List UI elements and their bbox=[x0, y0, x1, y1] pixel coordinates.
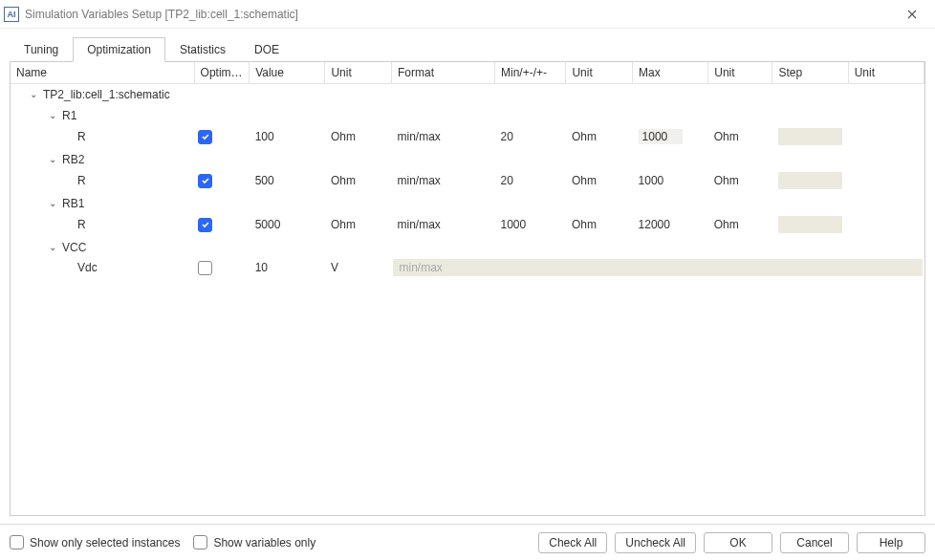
tree-root-row[interactable]: ⌄TP2_lib:cell_1:schematic bbox=[11, 83, 924, 104]
unit1-cell[interactable]: Ohm bbox=[325, 169, 392, 192]
unit3-cell[interactable]: Ohm bbox=[708, 169, 772, 192]
col-format[interactable]: Format bbox=[391, 62, 494, 83]
col-name[interactable]: Name bbox=[11, 62, 194, 83]
max-cell[interactable]: 1000 bbox=[633, 169, 708, 192]
optimize-checkbox[interactable] bbox=[198, 218, 212, 232]
col-unit4[interactable]: Unit bbox=[848, 62, 924, 83]
max-cell[interactable]: 12000 bbox=[633, 213, 708, 236]
group-label: R1 bbox=[62, 109, 76, 122]
col-value[interactable]: Value bbox=[250, 62, 325, 83]
optimize-checkbox[interactable] bbox=[198, 174, 212, 188]
value-cell[interactable]: 5000 bbox=[250, 213, 325, 236]
show-selected-instances-checkbox[interactable]: Show only selected instances bbox=[10, 535, 180, 549]
tab-optimization[interactable]: Optimization bbox=[73, 37, 165, 62]
footer: Show only selected instances Show variab… bbox=[0, 524, 935, 560]
variable-row[interactable]: R 500 Ohm min/max 20 Ohm 1000 Ohm bbox=[11, 169, 924, 192]
col-step[interactable]: Step bbox=[772, 62, 848, 83]
grid-panel: Name Optimize Value Unit Format Min/+-/+… bbox=[10, 62, 925, 516]
value-cell[interactable]: 10 bbox=[250, 257, 325, 278]
step-cell[interactable] bbox=[772, 125, 848, 148]
group-label: RB2 bbox=[62, 153, 84, 166]
checkbox-icon bbox=[10, 535, 24, 549]
check-all-button[interactable]: Check All bbox=[538, 532, 607, 553]
format-cell[interactable]: min/max bbox=[391, 213, 494, 236]
unit2-cell[interactable]: Ohm bbox=[566, 125, 633, 148]
optimize-checkbox[interactable] bbox=[198, 130, 212, 144]
header-row: Name Optimize Value Unit Format Min/+-/+… bbox=[11, 62, 924, 83]
tab-doe[interactable]: DOE bbox=[240, 37, 294, 62]
uncheck-all-button[interactable]: Uncheck All bbox=[615, 532, 696, 553]
var-name: R bbox=[77, 174, 86, 187]
chevron-down-icon: ⌄ bbox=[47, 242, 58, 253]
tree-group-row[interactable]: ⌄RB1 bbox=[11, 192, 924, 213]
max-cell[interactable]: 1000 bbox=[633, 125, 708, 148]
close-button[interactable] bbox=[893, 1, 931, 28]
show-selected-label: Show only selected instances bbox=[30, 536, 180, 549]
ok-button[interactable]: OK bbox=[704, 532, 772, 553]
tree-root-label: TP2_lib:cell_1:schematic bbox=[43, 88, 170, 101]
chevron-down-icon: ⌄ bbox=[47, 110, 58, 121]
group-label: VCC bbox=[62, 241, 86, 254]
min-cell[interactable]: 20 bbox=[495, 169, 566, 192]
col-unit3[interactable]: Unit bbox=[708, 62, 772, 83]
optimize-checkbox[interactable] bbox=[198, 261, 212, 275]
format-cell[interactable]: min/max bbox=[391, 125, 494, 148]
group-label: RB1 bbox=[62, 197, 84, 210]
tree-group-row[interactable]: ⌄R1 bbox=[11, 104, 924, 125]
unit1-cell[interactable]: Ohm bbox=[325, 125, 392, 148]
tab-tuning[interactable]: Tuning bbox=[10, 37, 73, 62]
tree-group-row[interactable]: ⌄VCC bbox=[11, 236, 924, 257]
var-name: R bbox=[77, 218, 86, 231]
format-cell[interactable]: min/max bbox=[391, 169, 494, 192]
chevron-down-icon: ⌄ bbox=[47, 198, 58, 209]
unit1-cell[interactable]: Ohm bbox=[325, 213, 392, 236]
var-name: Vdc bbox=[77, 261, 98, 274]
step-cell[interactable] bbox=[772, 213, 848, 236]
chevron-down-icon: ⌄ bbox=[47, 154, 58, 165]
variables-table: Name Optimize Value Unit Format Min/+-/+… bbox=[11, 62, 924, 278]
format-disabled-span: min/max bbox=[391, 257, 924, 278]
var-name: R bbox=[77, 130, 86, 143]
tab-statistics[interactable]: Statistics bbox=[165, 37, 240, 62]
checkbox-icon bbox=[193, 535, 207, 549]
variable-row[interactable]: R 100 Ohm min/max 20 Ohm 1000 Ohm bbox=[11, 125, 924, 148]
show-variables-only-checkbox[interactable]: Show variables only bbox=[193, 535, 315, 549]
cancel-button[interactable]: Cancel bbox=[780, 532, 849, 553]
value-cell[interactable]: 100 bbox=[250, 125, 325, 148]
min-cell[interactable]: 1000 bbox=[495, 213, 566, 236]
window-title: Simulation Variables Setup [TP2_lib:cell… bbox=[25, 8, 298, 21]
app-icon: AI bbox=[4, 7, 19, 22]
unit4-cell[interactable] bbox=[848, 169, 924, 192]
step-cell[interactable] bbox=[772, 169, 848, 192]
col-optimize[interactable]: Optimize bbox=[194, 62, 250, 83]
chevron-down-icon: ⌄ bbox=[28, 89, 39, 100]
unit2-cell[interactable]: Ohm bbox=[566, 169, 633, 192]
unit4-cell[interactable] bbox=[848, 125, 924, 148]
col-unit1[interactable]: Unit bbox=[325, 62, 392, 83]
min-cell[interactable]: 20 bbox=[495, 125, 566, 148]
col-unit2[interactable]: Unit bbox=[566, 62, 633, 83]
col-min[interactable]: Min/+-/+- bbox=[495, 62, 566, 83]
value-cell[interactable]: 500 bbox=[250, 169, 325, 192]
unit3-cell[interactable]: Ohm bbox=[708, 213, 772, 236]
unit2-cell[interactable]: Ohm bbox=[566, 213, 633, 236]
tab-bar: Tuning Optimization Statistics DOE bbox=[10, 36, 925, 62]
variable-row[interactable]: R 5000 Ohm min/max 1000 Ohm 12000 Ohm bbox=[11, 213, 924, 236]
titlebar: AI Simulation Variables Setup [TP2_lib:c… bbox=[0, 0, 935, 29]
tree-group-row[interactable]: ⌄RB2 bbox=[11, 148, 924, 169]
help-button[interactable]: Help bbox=[857, 532, 925, 553]
variable-row[interactable]: Vdc 10 V min/max bbox=[11, 257, 924, 278]
close-icon bbox=[907, 10, 917, 19]
unit3-cell[interactable]: Ohm bbox=[708, 125, 772, 148]
show-variables-label: Show variables only bbox=[213, 536, 315, 549]
col-max[interactable]: Max bbox=[633, 62, 708, 83]
unit4-cell[interactable] bbox=[848, 213, 924, 236]
unit1-cell[interactable]: V bbox=[325, 257, 392, 278]
